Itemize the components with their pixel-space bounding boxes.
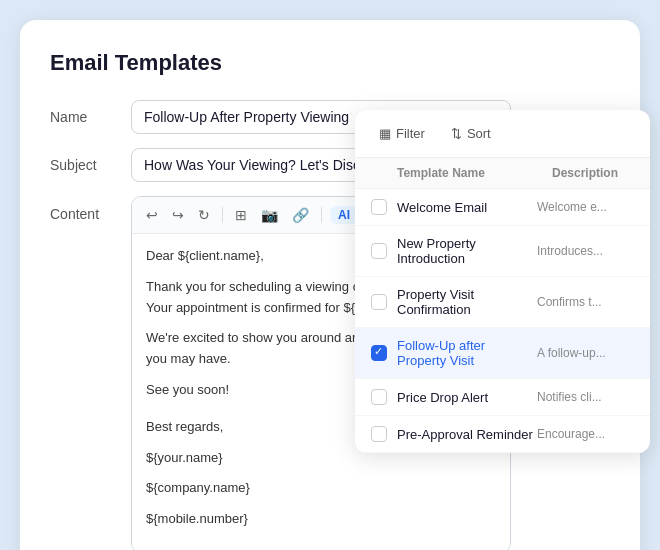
sort-button[interactable]: ⇅ Sort	[443, 122, 499, 145]
templates-table: Template Name Description Welcome Email …	[355, 158, 650, 453]
link-button[interactable]: 🔗	[288, 205, 313, 225]
main-container: Email Templates Name Subject Content ↩ ↪…	[20, 20, 640, 550]
row-desc-1: Welcome e...	[537, 200, 634, 214]
table-row[interactable]: Price Drop Alert Notifies cli...	[355, 379, 650, 416]
toolbar-divider-2	[321, 207, 322, 223]
table-button[interactable]: ⊞	[231, 205, 251, 225]
row-checkbox-3[interactable]	[371, 294, 387, 310]
table-row[interactable]: Welcome Email Welcome e...	[355, 189, 650, 226]
redo-button[interactable]: ↪	[168, 205, 188, 225]
checkbox-col-header	[371, 166, 397, 180]
page-title: Email Templates	[50, 50, 610, 76]
row-name-5: Price Drop Alert	[397, 390, 537, 405]
row-checkbox-4[interactable]	[371, 345, 387, 361]
history-button[interactable]: ↻	[194, 205, 214, 225]
content-label: Content	[50, 196, 115, 222]
row-checkbox-2[interactable]	[371, 243, 387, 259]
table-header: Template Name Description	[355, 158, 650, 189]
row-checkbox-1[interactable]	[371, 199, 387, 215]
undo-button[interactable]: ↩	[142, 205, 162, 225]
row-desc-6: Encourage...	[537, 427, 634, 441]
col-name-header: Template Name	[397, 166, 552, 180]
filter-label: Filter	[396, 126, 425, 141]
table-row[interactable]: Follow-Up after Property Visit A follow-…	[355, 328, 650, 379]
filter-button[interactable]: ▦ Filter	[371, 122, 433, 145]
row-name-3: Property Visit Confirmation	[397, 287, 537, 317]
signature-mobile: ${mobile.number}	[146, 509, 496, 530]
row-desc-3: Confirms t...	[537, 295, 634, 309]
row-desc-4: A follow-up...	[537, 346, 634, 360]
row-checkbox-6[interactable]	[371, 426, 387, 442]
row-checkbox-5[interactable]	[371, 389, 387, 405]
row-name-6: Pre-Approval Reminder	[397, 427, 537, 442]
toolbar-divider-1	[222, 207, 223, 223]
table-row[interactable]: Pre-Approval Reminder Encourage...	[355, 416, 650, 453]
table-row[interactable]: Property Visit Confirmation Confirms t..…	[355, 277, 650, 328]
sort-label: Sort	[467, 126, 491, 141]
row-desc-5: Notifies cli...	[537, 390, 634, 404]
panel-toolbar: ▦ Filter ⇅ Sort	[355, 110, 650, 158]
subject-label: Subject	[50, 157, 115, 173]
signature-company: ${company.name}	[146, 478, 496, 499]
filter-icon: ▦	[379, 126, 391, 141]
row-name-4: Follow-Up after Property Visit	[397, 338, 537, 368]
name-label: Name	[50, 109, 115, 125]
row-name-1: Welcome Email	[397, 200, 537, 215]
col-desc-header: Description	[552, 166, 634, 180]
row-desc-2: Introduces...	[537, 244, 634, 258]
table-row[interactable]: New Property Introduction Introduces...	[355, 226, 650, 277]
row-name-2: New Property Introduction	[397, 236, 537, 266]
image-button[interactable]: 📷	[257, 205, 282, 225]
sort-icon: ⇅	[451, 126, 462, 141]
templates-panel: ▦ Filter ⇅ Sort Template Name Descriptio…	[355, 110, 650, 453]
ai-button[interactable]: AI	[330, 206, 358, 224]
